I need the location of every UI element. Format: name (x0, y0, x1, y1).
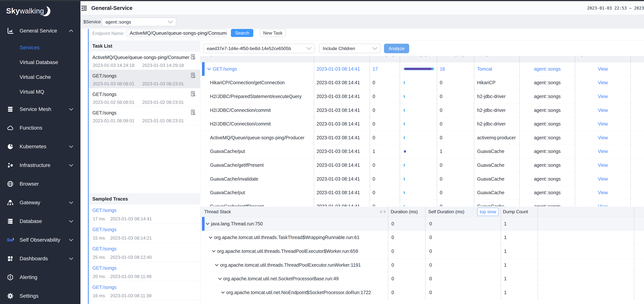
task-list-item[interactable]: GET:/songs2023-01-02 08:08:012023-01-02 … (89, 88, 200, 107)
sidebar-item-infrastructure[interactable]: Infrastructure (0, 156, 80, 174)
sampled-trace-item[interactable]: GET:/songs20 ms2023-01-03 08:11:49 (89, 262, 200, 281)
span-view-link[interactable]: View (575, 158, 631, 172)
span-row[interactable]: GET:/songs2023-01-03 08:14:411716Tomcata… (200, 62, 644, 76)
span-column-header: Exec(%) (400, 56, 437, 62)
dump-count-column-header: Dump Count (501, 207, 538, 217)
span-exec-ms-cell: 0 (370, 200, 400, 206)
sidebar-subitem-services[interactable]: Services (0, 40, 80, 55)
sidebar-item-general-service[interactable]: General Service (0, 22, 80, 40)
sidebar-item-service-mesh[interactable]: Service Mesh (0, 100, 80, 118)
thread-stack-row[interactable]: java.lang.Thread.run:750001 (200, 217, 644, 231)
expand-chevron-blue[interactable] (207, 66, 212, 71)
expand-chevron-dark[interactable] (221, 290, 225, 295)
thread-stack-row[interactable]: org.apache.tomcat.util.threads.TaskThrea… (200, 231, 644, 244)
sidebar-subitem-virtual-cache[interactable]: Virtual Cache (0, 70, 80, 84)
task-list-item[interactable]: ActiveMQ/Queue/queue-songs-ping/Consumer… (89, 51, 200, 70)
span-view-link[interactable]: View (575, 172, 631, 186)
span-view-link[interactable]: View (575, 104, 631, 117)
thread-stack-row[interactable]: org.apache.tomcat.util.threads.ThreadPoo… (200, 244, 644, 258)
sidebar-item-self-observability[interactable]: SwSelf Observability (0, 230, 80, 249)
search-button[interactable]: Search (231, 29, 253, 37)
span-self-ms-cell: 0 (437, 186, 474, 200)
sidebar-item-functions[interactable]: Functions (0, 118, 80, 137)
task-name: GET:/songs (92, 92, 116, 97)
menu-fold-icon[interactable] (81, 6, 87, 11)
analyze-mode-select[interactable]: Include Children (319, 44, 380, 53)
thread-stack-row[interactable]: org.apache.tomcat.util.threads.ThreadPoo… (200, 258, 644, 272)
span-view-link[interactable]: View (575, 117, 631, 131)
span-endpoint-name: GuavaCache/put (210, 190, 245, 195)
duration-bar (404, 81, 405, 84)
doc-search-icon[interactable] (190, 54, 196, 60)
analyze-button[interactable]: Analyze (384, 44, 409, 53)
span-view-link[interactable]: View (575, 131, 631, 144)
span-exec-ms-cell: 0 (370, 104, 400, 117)
chevron-down-icon (68, 237, 74, 243)
sidebar-item-gateway[interactable]: Gateway (0, 193, 80, 212)
span-service-cell: agent::songs (520, 145, 575, 158)
span-row[interactable]: H2/JDBC/PreparedStatement/executeQuery20… (200, 90, 644, 104)
doc-search-icon[interactable] (190, 91, 196, 97)
sidebar-item-dashboards[interactable]: Dashboards (0, 249, 80, 268)
doc-search-icon[interactable] (190, 109, 196, 116)
span-view-link[interactable]: View (575, 200, 631, 206)
thread-stack-row[interactable]: org.apache.tomcat.util.net.SocketProcess… (200, 272, 644, 286)
span-view-link[interactable]: View (575, 145, 631, 158)
task-list-item[interactable]: GET:/songs2023-01-03 08:08:012023-01-03 … (89, 70, 200, 88)
doc-search-icon[interactable] (190, 72, 196, 78)
sidebar-item-settings[interactable]: Settings (0, 287, 80, 304)
span-row[interactable]: H2/JDBC/Connection/commit2023-01-03 08:1… (200, 117, 644, 131)
expand-chevron-dark[interactable] (218, 276, 222, 281)
span-start-time-cell: 2023-01-03 08:14:41 (314, 90, 370, 103)
trace-id-select[interactable]: eaed37e7-1d4e-4f50-be8d-14e52ce6505b (203, 44, 315, 53)
thread-empty-cell (634, 231, 644, 244)
trace-name-link[interactable]: GET:/songs (92, 284, 116, 290)
span-row[interactable]: HikariCP/Connection/getConnection2023-01… (200, 76, 644, 90)
span-row[interactable]: GuavaCache/put2023-01-03 08:14:4111Guava… (200, 145, 644, 158)
trace-name-link[interactable]: GET:/songs (92, 227, 116, 232)
sidebar-item-database[interactable]: Database (0, 212, 80, 230)
span-view-link[interactable]: View (575, 76, 631, 90)
span-endpoint-cell: H2/JDBC/Connection/commit (200, 117, 314, 131)
trace-duration: 20 ms (93, 274, 105, 279)
task-list-item[interactable]: GET:/songs2023-01-01 08:08:012023-01-01 … (89, 107, 200, 125)
sidebar-subitem-label: Services (20, 45, 40, 50)
expand-chevron-dark[interactable] (214, 263, 219, 267)
trace-name-link[interactable]: GET:/songs (92, 265, 116, 271)
sidebar-item-alerting[interactable]: Alerting (0, 268, 80, 287)
sidebar-subitem-virtual-database[interactable]: Virtual Database (0, 55, 80, 70)
task-end-time: 2023-01-03 08:23:01 (142, 81, 184, 86)
span-view-link[interactable]: View (575, 186, 631, 200)
span-row[interactable]: GuavaCache/put2023-01-03 08:14:4100Guava… (200, 186, 644, 200)
service-select[interactable]: agent::songs (102, 18, 176, 26)
sampled-trace-item[interactable]: GET:/songs15 ms2023-01-03 08:14:21 (89, 223, 200, 242)
span-row[interactable]: GuavaCache/getIfPresent2023-01-03 08:14:… (200, 158, 644, 172)
new-task-button[interactable]: New Task (260, 29, 286, 37)
sidebar-item-kubernetes[interactable]: Kubernetes (0, 137, 80, 156)
span-row[interactable]: H2/JDBC/Connection/commit2023-01-03 08:1… (200, 104, 644, 117)
span-row[interactable]: ActiveMQ/Queue/queue-songs-ping/Producer… (200, 131, 644, 145)
thread-stack-row[interactable]: org.apache.tomcat.util.net.NioEndpoint$S… (200, 286, 644, 300)
span-row[interactable]: GuavaCache/getIfPresent2023-01-03 08:14:… (200, 200, 644, 206)
endpoint-name-input[interactable]: ActiveMQ/Queue/queue-songs-ping/Consumer (126, 29, 227, 37)
sampled-trace-item[interactable]: GET:/songs16 ms2023-01-03 08:11:39 (89, 281, 200, 300)
span-service-cell: agent::songs (520, 200, 575, 206)
trace-name-link[interactable]: GET:/songs (92, 208, 116, 213)
sidebar-item-browser[interactable]: Browser (0, 174, 80, 193)
horizontal-resize-icon[interactable] (380, 210, 386, 214)
expand-chevron-dark[interactable] (208, 235, 213, 240)
span-exec-ms-cell: 0 (370, 117, 400, 131)
span-row[interactable]: GuavaCache/invalidate2023-01-03 08:14:41… (200, 172, 644, 186)
time-range-picker[interactable]: 2023-01-03 22:53 ~ 2023 (587, 6, 644, 10)
task-time-range: 2023-01-01 08:08:012023-01-01 08:23:01 (93, 118, 184, 124)
span-view-link[interactable]: View (575, 62, 631, 76)
sidebar-subitem-virtual-mq[interactable]: Virtual MQ (0, 84, 80, 99)
span-empty-cell (631, 76, 644, 90)
expand-chevron-dark[interactable] (205, 222, 210, 226)
span-view-link[interactable]: View (575, 90, 631, 103)
sampled-trace-item[interactable]: GET:/songs25 ms2023-01-03 08:12:40 (89, 242, 200, 262)
sampled-trace-item[interactable]: GET:/songs17 ms2023-01-03 08:14:41 (89, 204, 200, 223)
top-slow-button[interactable]: top slow (477, 208, 499, 216)
trace-name-link[interactable]: GET:/songs (92, 246, 116, 252)
expand-chevron-dark[interactable] (212, 249, 216, 254)
